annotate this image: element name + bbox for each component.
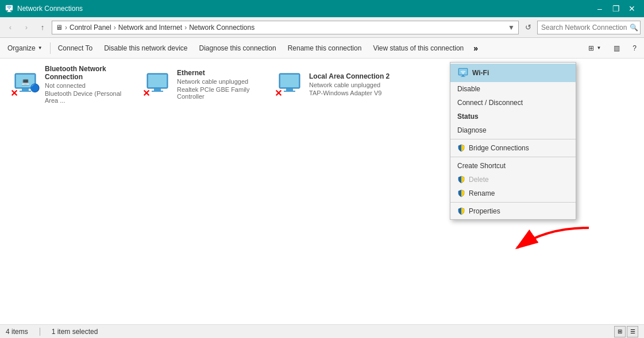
path-sep2: › — [114, 24, 116, 32]
more-button[interactable]: » — [470, 40, 481, 57]
network-item-ethernet[interactable]: ✕ Ethernet Network cable unplugged Realt… — [138, 64, 264, 104]
menu-item-label: Disable — [457, 85, 480, 93]
address-path[interactable]: 🖥 › Control Panel › Network and Internet… — [52, 21, 519, 34]
shield-icon — [457, 176, 465, 184]
search-input[interactable] — [541, 24, 627, 32]
rename-button[interactable]: Rename this connection — [283, 40, 367, 57]
ethernet-info: Ethernet Network cable unplugged Realtek… — [177, 69, 259, 100]
wifi-header-icon — [457, 67, 469, 79]
path-sep1: › — [65, 24, 67, 32]
context-menu-item-delete: Delete — [450, 173, 576, 187]
context-menu-item-create-shortcut[interactable]: Create Shortcut — [450, 159, 576, 173]
shield-icon — [457, 207, 465, 215]
minimize-button[interactable]: – — [592, 3, 607, 14]
back-button[interactable]: ‹ — [3, 21, 17, 34]
ethernet-name: Ethernet — [177, 69, 259, 77]
network-item-lan2[interactable]: ✕ Local Area Connection 2 Network cable … — [270, 64, 396, 104]
refresh-button[interactable]: ↺ — [521, 21, 535, 34]
ethernet-icon-wrapper: ✕ — [144, 72, 171, 97]
svg-rect-7 — [20, 91, 31, 92]
breadcrumb-control-panel[interactable]: Control Panel — [70, 24, 111, 32]
lan2-desc: TAP-Windows Adapter V9 — [309, 90, 390, 96]
bluetooth-icon-wrapper: 💻 ✕ 🔵 — [11, 72, 39, 97]
context-menu-title: Wi-Fi — [472, 69, 489, 77]
context-menu-item-diagnose[interactable]: Diagnose — [450, 123, 576, 137]
context-menu-separator-10 — [450, 202, 576, 203]
view-status-label: View status of this connection — [373, 44, 464, 52]
menu-item-label: Status — [457, 112, 479, 121]
item-count: 4 items — [6, 328, 28, 336]
svg-rect-14 — [280, 75, 299, 87]
main-content: 💻 ✕ 🔵 Bluetooth Network Connection Not c… — [0, 59, 644, 324]
svg-text:💻: 💻 — [21, 77, 30, 86]
ethernet-status: Network cable unplugged — [177, 78, 259, 85]
diagnose-button[interactable]: Diagnose this connection — [194, 40, 281, 57]
menu-item-label: Delete — [469, 176, 489, 184]
svg-rect-0 — [6, 5, 13, 10]
context-menu-item-rename[interactable]: Rename — [450, 187, 576, 200]
svg-rect-1 — [8, 10, 10, 11]
bluetooth-desc: Bluetooth Device (Personal Area ... — [45, 90, 126, 104]
network-item-bluetooth[interactable]: 💻 ✕ 🔵 Bluetooth Network Connection Not c… — [6, 64, 132, 104]
svg-rect-20 — [461, 76, 465, 77]
svg-rect-2 — [7, 11, 11, 12]
pane-icon: ▥ — [614, 44, 620, 52]
layout-button[interactable]: ⊞ ▼ — [583, 40, 606, 57]
connect-to-button[interactable]: Connect To — [53, 40, 98, 57]
context-menu-item-properties[interactable]: Properties — [450, 204, 576, 218]
svg-rect-10 — [148, 75, 167, 87]
view-list-button[interactable]: ☰ — [627, 326, 638, 337]
disable-button[interactable]: Disable this network device — [99, 40, 192, 57]
menu-item-label: Create Shortcut — [457, 162, 506, 170]
context-menu-header: Wi-Fi — [450, 64, 576, 82]
diagnose-label: Diagnose this connection — [199, 44, 276, 52]
lan2-info: Local Area Connection 2 Network cable un… — [309, 72, 390, 96]
app-icon — [5, 4, 14, 13]
svg-rect-19 — [462, 75, 464, 76]
bluetooth-sub-icon: 🔵 — [30, 83, 40, 92]
connect-to-label: Connect To — [58, 44, 93, 52]
breadcrumb-network-connections[interactable]: Network Connections — [189, 24, 254, 32]
bluetooth-info: Bluetooth Network Connection Not connect… — [45, 65, 126, 104]
network-area: 💻 ✕ 🔵 Bluetooth Network Connection Not c… — [0, 59, 644, 324]
ethernet-error-icon: ✕ — [142, 89, 150, 98]
window-title: Network Connections — [17, 5, 592, 13]
up-button[interactable]: ↑ — [36, 21, 49, 34]
breadcrumb-network-internet[interactable]: Network and Internet — [118, 24, 182, 32]
help-button[interactable]: ? — [627, 40, 642, 57]
shield-icon — [457, 144, 465, 152]
organize-chevron-icon: ▼ — [38, 45, 43, 50]
selected-count: 1 item selected — [52, 328, 98, 336]
close-button[interactable]: ✕ — [624, 3, 639, 14]
menu-item-label: Diagnose — [457, 126, 487, 134]
context-menu-item-disable[interactable]: Disable — [450, 82, 576, 96]
shield-icon — [457, 189, 465, 197]
context-menu-items: DisableConnect / DisconnectStatusDiagnos… — [450, 82, 576, 218]
lan2-name: Local Area Connection 2 — [309, 72, 390, 80]
svg-rect-6 — [22, 88, 29, 91]
view-buttons: ⊞ ☰ — [614, 326, 638, 337]
view-status-button[interactable]: View status of this connection — [368, 40, 469, 57]
window-controls: – ❐ ✕ — [592, 3, 639, 14]
address-bar: ‹ › ↑ 🖥 › Control Panel › Network and In… — [0, 17, 644, 38]
view-large-icons-button[interactable]: ⊞ — [614, 326, 626, 337]
lan2-icon-wrapper: ✕ — [276, 72, 303, 97]
restore-button[interactable]: ❐ — [608, 3, 623, 14]
organize-button[interactable]: Organize ▼ — [2, 40, 48, 57]
path-sep3: › — [184, 24, 187, 32]
help-icon: ? — [633, 44, 637, 52]
context-menu-item-bridge-connections[interactable]: Bridge Connections — [450, 141, 576, 155]
bluetooth-error-icon: ✕ — [10, 89, 18, 98]
search-box[interactable]: 🔍 — [537, 21, 641, 34]
title-bar: Network Connections – ❐ ✕ — [0, 0, 644, 17]
context-menu-item-connect---disconnect[interactable]: Connect / Disconnect — [450, 96, 576, 110]
ethernet-desc: Realtek PCIe GBE Family Controller — [177, 86, 259, 100]
layout-chevron-icon: ▼ — [596, 45, 601, 50]
menu-item-label: Bridge Connections — [469, 144, 529, 152]
path-dropdown-icon[interactable]: ▼ — [508, 24, 515, 32]
forward-button[interactable]: › — [20, 21, 33, 34]
context-menu-item-status[interactable]: Status — [450, 110, 576, 123]
red-arrow — [500, 222, 592, 258]
pane-button[interactable]: ▥ — [608, 40, 625, 57]
context-menu: Wi-Fi DisableConnect / DisconnectStatusD… — [450, 62, 576, 220]
